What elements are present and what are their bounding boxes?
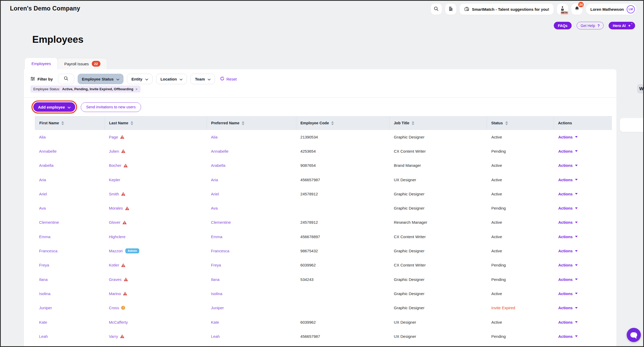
caret-down-icon [575, 264, 578, 266]
beta-badge: BETA [561, 11, 568, 14]
column-header-last-name[interactable]: Last Name [105, 116, 207, 130]
column-header-first-name[interactable]: First Name [35, 116, 105, 130]
row-actions-button[interactable]: Actions [558, 135, 578, 139]
first-name-link[interactable]: Leah [39, 334, 48, 339]
row-actions-button[interactable]: Actions [558, 306, 578, 310]
last-name-link[interactable]: Bocher [109, 163, 121, 168]
first-name-link[interactable]: Arabella [39, 163, 53, 168]
sort-icon[interactable] [131, 121, 133, 125]
first-name-link[interactable]: Kate [39, 320, 47, 324]
filter-team[interactable]: Team [190, 74, 215, 84]
whats-new-side-tab[interactable]: W [637, 84, 644, 93]
table-search-button[interactable] [58, 74, 74, 84]
row-actions-button[interactable]: Actions [558, 178, 578, 182]
hero-ai-button[interactable]: Hero AI ✦ [609, 22, 635, 29]
labs-button[interactable]: BETA [557, 4, 568, 15]
column-header-preferred-name[interactable]: Preferred Name [207, 116, 296, 130]
preferred-name-link[interactable]: Leah [211, 334, 220, 339]
last-name-link[interactable]: Glover [109, 220, 120, 225]
table-row: KateMcCaffertyKate6039962UX DesignerActi… [35, 315, 612, 329]
smartmatch-banner[interactable]: SmartMatch - Talent suggestions for you! [460, 4, 554, 15]
first-name-link[interactable]: Ilana [39, 277, 48, 282]
first-name-link[interactable]: Freya [39, 263, 49, 267]
first-name-link[interactable]: Annabelle [39, 149, 57, 153]
send-invitations-button[interactable]: Send invitations to new users [81, 102, 141, 112]
preferred-name-link[interactable]: Arabella [211, 163, 226, 168]
preferred-name-link[interactable]: Francesca [211, 249, 229, 253]
row-actions-button[interactable]: Actions [558, 234, 578, 239]
tab-employees[interactable]: Employees [25, 58, 57, 69]
tab-payroll-issues[interactable]: Payroll Issues 22 [57, 58, 107, 69]
row-actions-button[interactable]: Actions [558, 220, 578, 225]
last-name-link[interactable]: McCafferty [109, 320, 128, 324]
last-name-link[interactable]: Kotler [109, 263, 119, 267]
chat-launcher-button[interactable] [627, 328, 641, 342]
cell-preferred-name: Alia [207, 135, 296, 139]
preferred-name-link[interactable]: Ava [211, 206, 218, 210]
filter-entity[interactable]: Entity [127, 74, 153, 84]
row-actions-label: Actions [558, 135, 573, 139]
faqs-button[interactable]: FAQs [554, 22, 572, 29]
preferred-name-link[interactable]: Annabelle [211, 149, 229, 153]
sort-icon[interactable] [412, 121, 414, 125]
first-name-link[interactable]: Isolina [39, 291, 50, 296]
get-help-button[interactable]: Get Help ? [577, 22, 604, 29]
last-name-link[interactable]: Mazzori [109, 249, 123, 253]
notifications-button[interactable]: 24 [571, 4, 582, 15]
row-actions-button[interactable]: Actions [558, 249, 578, 253]
first-name-link[interactable]: Ariel [39, 192, 47, 196]
preferred-name-link[interactable]: Ilana [211, 277, 220, 282]
preferred-name-link[interactable]: Juniper [211, 306, 224, 310]
preferred-name-link[interactable]: Kate [211, 320, 219, 324]
column-header-status[interactable]: Status [487, 116, 554, 130]
last-name-link[interactable]: Varry [109, 334, 118, 339]
first-name-link[interactable]: Emma [39, 234, 50, 239]
row-actions-button[interactable]: Actions [558, 149, 578, 153]
row-actions-button[interactable]: Actions [558, 192, 578, 196]
last-name-link[interactable]: Kepler [109, 178, 120, 182]
preferred-name-link[interactable]: Alia [211, 135, 218, 139]
first-name-link[interactable]: Aria [39, 178, 46, 182]
user-menu[interactable]: Loren Mathewson LM [586, 4, 636, 15]
last-name-link[interactable]: Julien [109, 149, 119, 153]
last-name-link[interactable]: Smith [109, 192, 119, 196]
row-actions-button[interactable]: Actions [558, 206, 578, 210]
first-name-link[interactable]: Clementine [39, 220, 59, 225]
add-employee-button[interactable]: Add employee [33, 102, 75, 112]
preferred-name-link[interactable]: Isolina [211, 291, 222, 296]
row-actions-button[interactable]: Actions [558, 334, 578, 339]
company-directory-button[interactable] [445, 4, 456, 15]
row-actions-button[interactable]: Actions [558, 291, 578, 296]
column-header-employee-code[interactable]: Employee Code [296, 116, 390, 130]
sort-icon[interactable] [505, 121, 508, 125]
preferred-name-link[interactable]: Aria [211, 178, 218, 182]
search-button[interactable] [431, 4, 442, 15]
row-actions-button[interactable]: Actions [558, 263, 578, 267]
filter-location[interactable]: Location [156, 74, 187, 84]
sort-icon[interactable] [242, 121, 244, 125]
reset-filters-button[interactable]: Reset [220, 76, 237, 82]
preferred-name-link[interactable]: Emma [211, 234, 222, 239]
last-name-link[interactable]: Morales [109, 206, 123, 210]
first-name-link[interactable]: Alia [39, 135, 46, 139]
row-actions-button[interactable]: Actions [558, 277, 578, 282]
chip-close-icon[interactable]: × [135, 87, 137, 91]
last-name-link[interactable]: Graves [109, 277, 121, 282]
sort-icon[interactable] [331, 121, 334, 125]
column-header-job-title[interactable]: Job Title [390, 116, 487, 130]
first-name-link[interactable]: Ava [39, 206, 46, 210]
last-name-link[interactable]: Page [109, 135, 118, 139]
preferred-name-link[interactable]: Clementine [211, 220, 231, 225]
first-name-link[interactable]: Juniper [39, 306, 52, 310]
preferred-name-link[interactable]: Ariel [211, 192, 219, 196]
employees-card: Filter by Employee StatusEntityLocationT… [24, 69, 616, 347]
sort-icon[interactable] [61, 121, 64, 125]
last-name-link[interactable]: Highclere [109, 234, 125, 239]
first-name-link[interactable]: Francesca [39, 249, 57, 253]
last-name-link[interactable]: Marino [109, 291, 121, 296]
filter-employee-status[interactable]: Employee Status [78, 74, 124, 84]
row-actions-button[interactable]: Actions [558, 320, 578, 324]
row-actions-button[interactable]: Actions [558, 163, 578, 168]
last-name-link[interactable]: Cross [109, 306, 119, 310]
preferred-name-link[interactable]: Freya [211, 263, 221, 267]
